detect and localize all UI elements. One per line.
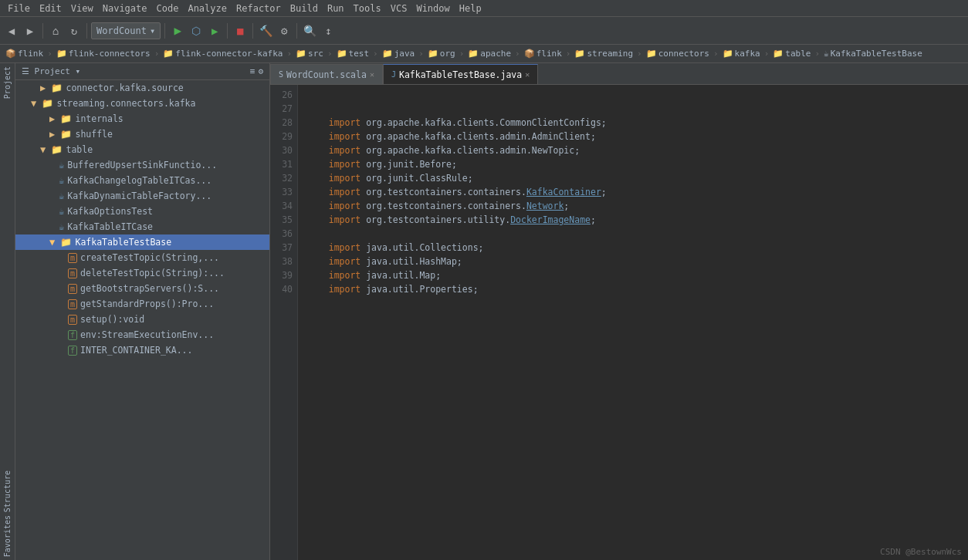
breadcrumb-flink2[interactable]: 📦 flink	[522, 49, 564, 59]
sep: ›	[637, 49, 642, 59]
sep: ›	[418, 49, 424, 59]
tree-item[interactable]: ☕ KafkaOptionsTest	[15, 204, 269, 219]
tree-item-method[interactable]: m getStandardProps():Pro...	[15, 296, 269, 312]
run-btn[interactable]: ▶	[169, 22, 186, 39]
tree-item-label: KafkaTableTestBase	[75, 237, 171, 248]
tab-label: WordCount.scala	[286, 69, 367, 80]
project-icon[interactable]: Project	[3, 66, 12, 99]
run-config-dropdown[interactable]: WordCount ▾	[91, 22, 161, 39]
folder-icon: 📁	[574, 49, 585, 59]
tree-collapse-all-btn[interactable]: ≡	[250, 66, 256, 76]
menu-vcs[interactable]: VCS	[386, 0, 412, 16]
breadcrumb-class[interactable]: ☕ KafkaTableTestBase	[821, 49, 925, 59]
method-icon: m	[68, 284, 77, 294]
file-icon: ☕	[59, 175, 64, 186]
menu-help[interactable]: Help	[455, 0, 486, 16]
line-num: 39	[275, 268, 293, 282]
code-line-36: import java.util.Collections;	[307, 242, 484, 253]
tree-item[interactable]: ☕ KafkaTableITCase	[15, 219, 269, 234]
breadcrumb-org[interactable]: 📁 org	[425, 49, 458, 59]
tree-item[interactable]: ▼ 📁 streaming.connectors.kafka	[15, 96, 269, 111]
breadcrumb-flink-connector-kafka[interactable]: 📁 flink-connector-kafka	[161, 49, 285, 59]
code-line-29: import org.apache.kafka.clients.admin.Ne…	[307, 145, 580, 156]
breadcrumb-table[interactable]: 📁 table	[770, 49, 813, 59]
tab-wordcount[interactable]: S WordCount.scala ✕	[270, 64, 383, 84]
menu-file[interactable]: File	[3, 0, 35, 16]
menu-run[interactable]: Run	[323, 0, 349, 16]
tree-item[interactable]: ☕ KafkaChangelogTableITCas...	[15, 173, 269, 188]
toolbar-forward-btn[interactable]: ▶	[22, 22, 39, 39]
code-line-28: import org.apache.kafka.clients.admin.Ad…	[307, 131, 596, 142]
breadcrumb-flink[interactable]: 📦 flink	[3, 49, 46, 59]
tree-item-method[interactable]: m setup():void	[15, 312, 269, 327]
code-content[interactable]: import org.apache.kafka.clients.CommonCl…	[298, 85, 968, 560]
tree-item-field[interactable]: f env:StreamExecutionEnv...	[15, 327, 269, 342]
menu-tools[interactable]: Tools	[349, 0, 386, 16]
tree-item-label: streaming.connectors.kafka	[56, 98, 195, 109]
tree-item[interactable]: ▼ 📁 table	[15, 142, 269, 157]
file-icon: ☕	[59, 206, 64, 217]
tab-label: KafkaTableTestBase.java	[399, 69, 522, 80]
search-btn[interactable]: 🔍	[301, 22, 318, 39]
build-btn[interactable]: 🔨	[257, 22, 274, 39]
tree-item[interactable]: ☕ KafkaDynamicTableFactory...	[15, 188, 269, 204]
debug-btn[interactable]: ⬡	[188, 22, 205, 39]
code-editor[interactable]: 26 27 28 29 30 31 32 33 34 35 36 37 38 3…	[270, 85, 968, 560]
folder-open-icon: ▼ 📁	[40, 144, 63, 155]
sep: ›	[515, 49, 520, 59]
breadcrumb-connectors[interactable]: 📁 connectors	[644, 49, 712, 59]
vcs-btn[interactable]: ↕	[320, 22, 337, 39]
tree-item[interactable]: ▶ 📁 internals	[15, 111, 269, 127]
breadcrumb-test[interactable]: 📁 test	[334, 49, 372, 59]
editor-area: S WordCount.scala ✕ J KafkaTableTestBase…	[270, 63, 968, 560]
sep: ›	[373, 49, 378, 59]
sep: ›	[459, 49, 465, 59]
file-tree: ☰ Project ▾ ≡ ⚙ ▶ 📁 connector.kafka.sour…	[15, 63, 270, 560]
menu-refactor[interactable]: Refactor	[232, 0, 286, 16]
tree-settings-btn[interactable]: ⚙	[258, 66, 263, 76]
breadcrumb-flink-connectors[interactable]: 📁 flink-connectors	[54, 49, 153, 59]
tree-item-label: KafkaChangelogTableITCas...	[67, 175, 212, 186]
menu-analyze[interactable]: Analyze	[183, 0, 232, 16]
tree-item-method[interactable]: m getBootstrapServers():S...	[15, 281, 269, 296]
tree-item-selected[interactable]: ▼ 📁 KafkaTableTestBase	[15, 234, 269, 250]
line-num: 34	[275, 199, 293, 213]
tree-item-method[interactable]: m createTestTopic(String,...	[15, 250, 269, 265]
tab-close-btn[interactable]: ✕	[370, 70, 374, 79]
structure-icon[interactable]: Structure	[3, 471, 12, 512]
breadcrumb-src[interactable]: 📁 src	[293, 49, 326, 59]
menu-build[interactable]: Build	[286, 0, 323, 16]
breadcrumb-apache[interactable]: 📁 apache	[465, 49, 513, 59]
folder-icon: 📁	[468, 49, 479, 59]
tree-item[interactable]: ☕ BufferedUpsertSinkFunctio...	[15, 157, 269, 173]
method-icon: m	[68, 253, 77, 263]
settings-btn[interactable]: ⚙	[276, 22, 293, 39]
menu-edit[interactable]: Edit	[35, 0, 66, 16]
menu-bar: File Edit View Navigate Code Analyze Ref…	[0, 0, 968, 17]
stop-btn[interactable]: ■	[232, 22, 249, 39]
tree-item[interactable]: ▶ 📁 shuffle	[15, 127, 269, 142]
menu-code[interactable]: Code	[152, 0, 184, 16]
tree-item[interactable]: ▶ 📁 connector.kafka.source	[15, 80, 269, 96]
menu-view[interactable]: View	[66, 0, 98, 16]
tab-close-btn[interactable]: ✕	[525, 70, 530, 79]
code-line-31: import org.junit.ClassRule;	[307, 173, 473, 184]
toolbar-sync-btn[interactable]: ↻	[66, 22, 83, 39]
tree-item-field[interactable]: f INTER_CONTAINER_KA...	[15, 342, 269, 358]
breadcrumb-kafka[interactable]: 📁 kafka	[720, 49, 763, 59]
code-line-30: import org.junit.Before;	[307, 159, 457, 170]
toolbar-back-btn[interactable]: ◀	[3, 22, 20, 39]
toolbar-home-btn[interactable]: ⌂	[47, 22, 64, 39]
tab-kafkatable[interactable]: J KafkaTableTestBase.java ✕	[383, 64, 538, 84]
breadcrumb-java[interactable]: 📁 java	[380, 49, 418, 59]
folder-icon: 📁	[646, 49, 657, 59]
menu-window[interactable]: Window	[411, 0, 454, 16]
breadcrumb-streaming[interactable]: 📁 streaming	[572, 49, 635, 59]
menu-navigate[interactable]: Navigate	[98, 0, 152, 16]
sep: ›	[566, 49, 571, 59]
tree-item-label: deleteTestTopic(String):...	[80, 268, 225, 278]
favorites-icon[interactable]: Favorites	[3, 515, 12, 557]
run-with-coverage-btn[interactable]: ▶	[206, 22, 223, 39]
method-icon: m	[68, 299, 77, 309]
tree-item-method[interactable]: m deleteTestTopic(String):...	[15, 265, 269, 281]
